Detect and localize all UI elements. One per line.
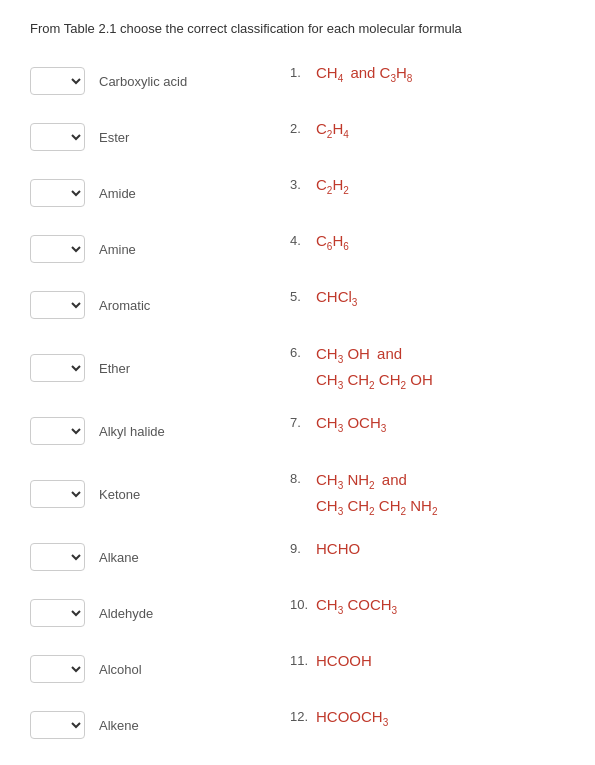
formula-text-12: HCOOCH3 bbox=[316, 706, 388, 730]
formula-text-9: HCHO bbox=[316, 538, 360, 561]
formula-text-4: C6H6 bbox=[316, 230, 349, 254]
dropdown-row-ester: 12345678910111213Ester bbox=[30, 114, 290, 160]
dropdown-row-alkene: 12345678910111213Alkene bbox=[30, 702, 290, 748]
formula-text-8: CH3 NH2 andCH3 CH2 CH2 NH2 bbox=[316, 468, 437, 520]
dropdown-row-amide: 12345678910111213Amide bbox=[30, 170, 290, 216]
left-column: 12345678910111213Carboxylic acid12345678… bbox=[30, 58, 290, 765]
formula-row-9: 9.HCHO bbox=[290, 534, 565, 580]
dropdown-row-carboxylic-acid: 12345678910111213Carboxylic acid bbox=[30, 58, 290, 104]
dropdown-row-aldehyde: 12345678910111213Aldehyde bbox=[30, 590, 290, 636]
formula-num-2: 2. bbox=[290, 118, 312, 139]
formula-row-10: 10.CH3 COCH3 bbox=[290, 590, 565, 636]
formula-num-3: 3. bbox=[290, 174, 312, 195]
dropdown-row-alcohol: 12345678910111213Alcohol bbox=[30, 646, 290, 692]
formula-num-4: 4. bbox=[290, 230, 312, 251]
formula-num-6: 6. bbox=[290, 342, 312, 363]
dropdown-amide[interactable]: 12345678910111213 bbox=[30, 179, 85, 207]
formula-row-12: 12.HCOOCH3 bbox=[290, 702, 565, 748]
formula-row-6: 6.CH3 OH andCH3 CH2 CH2 OH bbox=[290, 338, 565, 398]
formula-text-2: C2H4 bbox=[316, 118, 349, 142]
row-label-ketone: Ketone bbox=[99, 487, 140, 502]
row-label-amide: Amide bbox=[99, 186, 136, 201]
formula-num-9: 9. bbox=[290, 538, 312, 559]
dropdown-alkyl-halide[interactable]: 12345678910111213 bbox=[30, 417, 85, 445]
row-label-alkane: Alkane bbox=[99, 550, 139, 565]
row-label-amine: Amine bbox=[99, 242, 136, 257]
formula-text-3: C2H2 bbox=[316, 174, 349, 198]
dropdown-ester[interactable]: 12345678910111213 bbox=[30, 123, 85, 151]
dropdown-alkene[interactable]: 12345678910111213 bbox=[30, 711, 85, 739]
formula-text-11: HCOOH bbox=[316, 650, 372, 673]
formula-num-8: 8. bbox=[290, 468, 312, 489]
row-label-ester: Ester bbox=[99, 130, 129, 145]
dropdown-row-aromatic: 12345678910111213Aromatic bbox=[30, 282, 290, 328]
dropdown-aldehyde[interactable]: 12345678910111213 bbox=[30, 599, 85, 627]
dropdown-row-alkyl-halide: 12345678910111213Alkyl halide bbox=[30, 408, 290, 454]
formula-row-2: 2.C2H4 bbox=[290, 114, 565, 160]
main-layout: 12345678910111213Carboxylic acid12345678… bbox=[30, 58, 565, 765]
dropdown-ketone[interactable]: 12345678910111213 bbox=[30, 480, 85, 508]
row-label-alcohol: Alcohol bbox=[99, 662, 142, 677]
dropdown-aromatic[interactable]: 12345678910111213 bbox=[30, 291, 85, 319]
row-label-aromatic: Aromatic bbox=[99, 298, 150, 313]
formula-text-10: CH3 COCH3 bbox=[316, 594, 397, 618]
dropdown-carboxylic-acid[interactable]: 12345678910111213 bbox=[30, 67, 85, 95]
formula-row-13: 13.NH2 CHO bbox=[290, 758, 565, 765]
formula-row-3: 3.C2H2 bbox=[290, 170, 565, 216]
dropdown-amine[interactable]: 12345678910111213 bbox=[30, 235, 85, 263]
formula-num-1: 1. bbox=[290, 62, 312, 83]
right-column: 1.CH4 and C3H82.C2H43.C2H24.C6H65.CHCl36… bbox=[290, 58, 565, 765]
formula-row-11: 11.HCOOH bbox=[290, 646, 565, 692]
row-label-alkene: Alkene bbox=[99, 718, 139, 733]
formula-text-1: CH4 and C3H8 bbox=[316, 62, 412, 86]
row-label-alkyl-halide: Alkyl halide bbox=[99, 424, 165, 439]
formula-row-4: 4.C6H6 bbox=[290, 226, 565, 272]
formula-num-10: 10. bbox=[290, 594, 312, 615]
row-label-aldehyde: Aldehyde bbox=[99, 606, 153, 621]
dropdown-ether[interactable]: 12345678910111213 bbox=[30, 354, 85, 382]
formula-num-12: 12. bbox=[290, 706, 312, 727]
formula-row-7: 7.CH3 OCH3 bbox=[290, 408, 565, 454]
dropdown-row-amine: 12345678910111213Amine bbox=[30, 226, 290, 272]
dropdown-row-alkyne: 12345678910111213Alkyne bbox=[30, 758, 290, 765]
dropdown-alcohol[interactable]: 12345678910111213 bbox=[30, 655, 85, 683]
formula-num-7: 7. bbox=[290, 412, 312, 433]
dropdown-row-alkane: 12345678910111213Alkane bbox=[30, 534, 290, 580]
formula-num-11: 11. bbox=[290, 650, 312, 671]
formula-num-5: 5. bbox=[290, 286, 312, 307]
row-label-carboxylic-acid: Carboxylic acid bbox=[99, 74, 187, 89]
formula-row-5: 5.CHCl3 bbox=[290, 282, 565, 328]
dropdown-row-ether: 12345678910111213Ether bbox=[30, 338, 290, 398]
row-label-ether: Ether bbox=[99, 361, 130, 376]
dropdown-row-ketone: 12345678910111213Ketone bbox=[30, 464, 290, 524]
formula-row-8: 8.CH3 NH2 andCH3 CH2 CH2 NH2 bbox=[290, 464, 565, 524]
dropdown-alkane[interactable]: 12345678910111213 bbox=[30, 543, 85, 571]
formula-text-7: CH3 OCH3 bbox=[316, 412, 386, 436]
formula-text-6: CH3 OH andCH3 CH2 CH2 OH bbox=[316, 342, 433, 394]
formula-row-1: 1.CH4 and C3H8 bbox=[290, 58, 565, 104]
formula-text-5: CHCl3 bbox=[316, 286, 357, 310]
instruction-text: From Table 2.1 choose the correct classi… bbox=[30, 20, 565, 38]
